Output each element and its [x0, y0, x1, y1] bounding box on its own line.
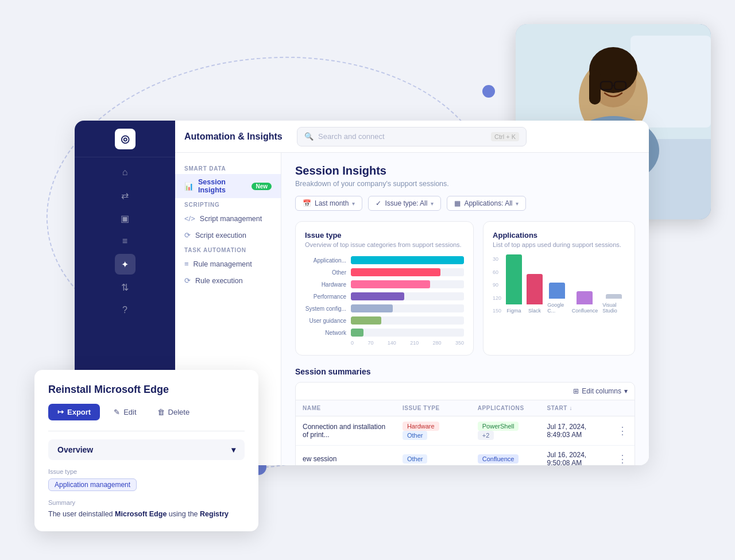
- hbar-fill: [351, 304, 393, 312]
- hbar-track: [351, 292, 464, 300]
- issue-type-chart-title: Issue type: [305, 231, 464, 240]
- applications-chart-title: Applications: [493, 231, 625, 240]
- charts-row: Issue type Overview of top issue categor…: [295, 221, 635, 356]
- check-icon: ✓: [376, 199, 381, 207]
- edit-button[interactable]: ✎ Edit: [107, 404, 143, 420]
- keyboard-shortcut: Ctrl + K: [491, 132, 519, 141]
- cell-name: Connection and installation of print...: [296, 416, 396, 446]
- search-bar[interactable]: 🔍 Search and connect Ctrl + K: [297, 127, 527, 146]
- chevron-up-icon: ▾: [231, 445, 235, 454]
- overview-accordion[interactable]: Overview ▾: [48, 439, 245, 460]
- cell-applications: PowerShell+2: [471, 416, 540, 446]
- hbar-row: Performance: [305, 292, 464, 300]
- hbar-track: [351, 268, 464, 276]
- hbar-fill: [351, 329, 363, 337]
- chevron-down-icon: ▾: [352, 200, 355, 207]
- vbar-y-label: 60: [493, 269, 501, 275]
- nav-monitor-icon[interactable]: ▣: [115, 208, 136, 229]
- chart-icon: 📊: [184, 182, 194, 191]
- code-icon: </>: [184, 214, 195, 223]
- hbar-label: Performance: [305, 293, 346, 300]
- vbar-y-label: 120: [493, 295, 501, 301]
- hbar-fill: [351, 316, 381, 325]
- export-button[interactable]: ↦ Export: [48, 404, 100, 420]
- issue-type-chart-desc: Overview of top issue categories from su…: [305, 241, 464, 248]
- hbar-fill: [351, 268, 440, 276]
- session-summaries-title: Session summaries: [295, 367, 635, 376]
- new-badge: New: [252, 183, 272, 190]
- issue-type-chart-card: Issue type Overview of top issue categor…: [295, 221, 474, 356]
- svg-rect-6: [589, 70, 601, 105]
- nav-swap-icon[interactable]: ⇅: [115, 277, 136, 298]
- vbar-y-label: 90: [493, 282, 501, 288]
- edit-columns-button[interactable]: ⊞ Edit columns ▾: [573, 387, 628, 395]
- main-content: Session Insights Breakdown of your compa…: [281, 153, 649, 465]
- filter-issue-type[interactable]: ✓ Issue type: All ▾: [368, 196, 441, 211]
- search-placeholder: Search and connect: [318, 132, 385, 141]
- vbar-group: Confluence: [572, 247, 598, 314]
- hbar-row: System config...: [305, 304, 464, 312]
- sidebar-item-rule-management[interactable]: ≡ Rule management: [175, 256, 281, 272]
- vbar: [577, 291, 593, 304]
- hbar-label: Network: [305, 330, 346, 336]
- nav-section-smart-data: SMART DATA: [175, 162, 281, 174]
- sidebar-logo: ◎: [75, 121, 175, 157]
- vbar-x-label: Slack: [528, 308, 541, 314]
- hbar-axis-label: 140: [388, 340, 396, 346]
- col-start[interactable]: START ↓: [540, 400, 610, 416]
- grid-icon: ▦: [454, 199, 461, 207]
- table-row: Connection and installation of print... …: [296, 416, 635, 446]
- hbar-label: User guidance: [305, 318, 346, 324]
- hbar-axis-label: 350: [455, 340, 464, 346]
- sidebar-item-rule-execution[interactable]: ⟳ Rule execution: [175, 272, 281, 289]
- sidebar-item-session-insights[interactable]: 📊 Session Insights New: [175, 174, 281, 198]
- vbar-group: Visual Studio: [602, 241, 625, 314]
- cell-start: Jul 16, 2024, 9:50:08 AM: [540, 446, 610, 466]
- session-summaries-table: ⊞ Edit columns ▾ NAME ISSUE TYPE APPLICA…: [295, 382, 635, 465]
- edit-icon: ✎: [114, 408, 120, 416]
- vbar-group: Slack: [527, 247, 543, 314]
- vbar-x-label: Visual Studio: [602, 302, 625, 314]
- hbar-label: Other: [305, 269, 346, 276]
- vbar: [527, 274, 543, 304]
- delete-icon: 🗑: [157, 408, 165, 416]
- table-toolbar: ⊞ Edit columns ▾: [296, 383, 635, 400]
- app-badge: Confluence: [478, 454, 519, 464]
- applications-chart-card: Applications List of top apps used durin…: [483, 221, 635, 356]
- hbar-track: [351, 280, 464, 288]
- hbar-row: Network: [305, 329, 464, 337]
- filter-last-month[interactable]: 📅 Last month ▾: [295, 196, 362, 211]
- sidebar-item-script-management[interactable]: </> Script management: [175, 210, 281, 227]
- hbar-fill: [351, 292, 404, 300]
- nav-section-task-automation: TASK AUTOMATION: [175, 244, 281, 256]
- vertical-bar-chart: 150120906030 Figma Slack Google C... Con…: [493, 256, 625, 314]
- hbar-row: Hardware: [305, 280, 464, 288]
- sidebar-icons: ⌂ ⇄ ▣ ≡ ✦ ⇅ ?: [75, 157, 175, 325]
- nav-home-icon[interactable]: ⌂: [115, 162, 136, 183]
- row-menu-button[interactable]: ⋮: [610, 416, 635, 446]
- page-title: Session Insights: [295, 164, 635, 177]
- hbar-axis-label: 210: [410, 340, 419, 346]
- calendar-icon: 📅: [303, 199, 311, 207]
- nav-arrows-icon[interactable]: ⇄: [115, 185, 136, 206]
- vbar-group: Figma: [506, 247, 522, 314]
- vbar-x-label: Figma: [507, 308, 521, 314]
- vbar-y-label: 30: [493, 256, 501, 262]
- logo-icon: ◎: [115, 129, 136, 149]
- nav-help-icon[interactable]: ?: [115, 300, 136, 320]
- hbar-track: [351, 256, 464, 264]
- divider: [48, 431, 245, 431]
- detail-card-title: Reinstall Microsoft Edge: [48, 384, 245, 396]
- filter-applications[interactable]: ▦ Applications: All ▾: [447, 196, 526, 211]
- issue-badge: Other: [403, 454, 428, 464]
- issue-badge: Other: [403, 431, 428, 440]
- col-actions: [610, 400, 635, 416]
- nav-layers-icon[interactable]: ≡: [115, 231, 136, 252]
- delete-button[interactable]: 🗑 Delete: [150, 404, 197, 420]
- sidebar-item-script-execution[interactable]: ⟳ Script execution: [175, 227, 281, 244]
- table-row: ew session Other Confluence Jul 16, 2024…: [296, 446, 635, 466]
- row-menu-button[interactable]: ⋮: [610, 446, 635, 466]
- decorative-dot-1: [482, 85, 495, 98]
- summary-label: Summary: [48, 499, 245, 506]
- nav-insights-icon[interactable]: ✦: [115, 254, 136, 275]
